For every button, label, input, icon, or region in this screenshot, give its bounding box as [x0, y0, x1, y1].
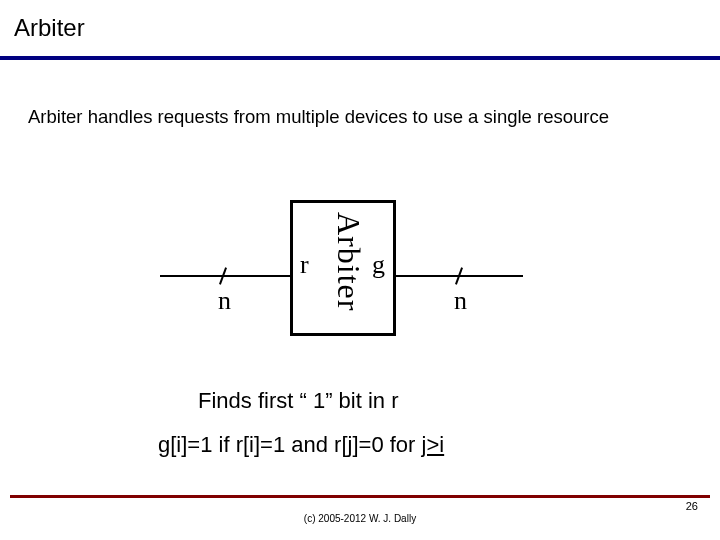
bus-label-left: n: [218, 286, 231, 316]
port-r-label: r: [300, 250, 309, 280]
body-line-1: Finds first “ 1” bit in r: [198, 388, 398, 414]
slide-title: Arbiter: [14, 14, 85, 42]
wire-left: [160, 275, 290, 277]
arbiter-diagram: n Arbiter r g n: [0, 190, 720, 350]
title-rule: [0, 56, 720, 60]
slide: Arbiter Arbiter handles requests from mu…: [0, 0, 720, 540]
body-line-2-underlined: j>i: [422, 432, 445, 457]
arbiter-box-label: Arbiter: [330, 212, 367, 311]
page-number: 26: [686, 500, 698, 512]
slide-subtitle: Arbiter handles requests from multiple d…: [28, 106, 609, 128]
footer-rule: [10, 495, 710, 498]
bus-label-right: n: [454, 286, 467, 316]
body-line-2-prefix: g[i]=1 if r[i]=1 and r[j]=0 for: [158, 432, 422, 457]
footer-copyright: (c) 2005-2012 W. J. Dally: [0, 513, 720, 524]
port-g-label: g: [372, 250, 385, 280]
body-line-2: g[i]=1 if r[i]=1 and r[j]=0 for j>i: [158, 432, 444, 458]
